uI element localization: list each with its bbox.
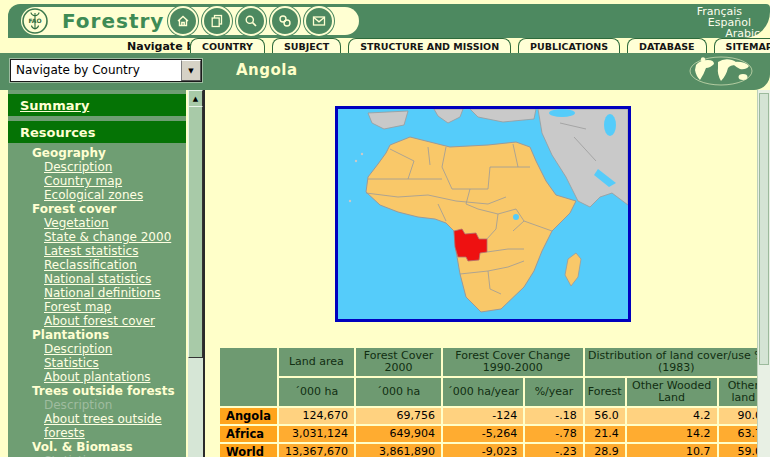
- table-unit-header-row: ´000 ha ´000 ha ´000 ha/year %/year Fore…: [220, 378, 768, 406]
- world-forest-cover: 3,861,890: [356, 444, 441, 457]
- documents-icon: [209, 13, 225, 29]
- unit-000ha-2: ´000 ha: [356, 378, 441, 406]
- sidebar-scrollbar[interactable]: ▲: [188, 90, 205, 457]
- africa-land-area: 3,031,124: [279, 426, 354, 442]
- col-group-distribution: Distribution of land cover/use % (1983): [585, 348, 768, 376]
- sidebar-item-tof-description-disabled: Description: [8, 398, 186, 412]
- africa-locator-map: [335, 106, 631, 322]
- table-row-world: World 13,367,670 3,861,890 -9,023 -.23 2…: [220, 444, 768, 457]
- table-corner-cell: [220, 348, 277, 406]
- africa-change-ha: -5,264: [443, 426, 523, 442]
- sidebar-item-summary[interactable]: Summary: [8, 94, 186, 116]
- sidebar-category-forest-cover: Forest cover: [8, 202, 186, 216]
- africa-forest-cover: 649,904: [356, 426, 441, 442]
- sidebar-item-about-plantations[interactable]: About plantations: [8, 370, 186, 384]
- home-button[interactable]: [168, 6, 198, 36]
- angola-change-ha: -124: [443, 408, 523, 424]
- sidebar-item-resources[interactable]: Resources: [8, 121, 186, 143]
- sidebar-item-reclassification[interactable]: Reclassification: [8, 258, 186, 272]
- scrollbar-up-icon[interactable]: ▲: [188, 90, 203, 107]
- sidebar-item-plantations-description[interactable]: Description: [8, 342, 186, 356]
- angola-forest-pct: 56.0: [585, 408, 625, 424]
- nav-tab-row: Navigate by: COUNTRY SUBJECT STRUCTURE A…: [0, 38, 770, 53]
- language-links: Français Español Arabic: [697, 6, 760, 39]
- table-group-header-row: Land area Forest Cover 2000 Forest Cover…: [220, 348, 768, 376]
- page-header-bar: Navigate by Country ▼ Angola: [0, 53, 770, 90]
- sidebar-item-about-forest-cover[interactable]: About forest cover: [8, 314, 186, 328]
- sidebar-item-forest-map[interactable]: Forest map: [8, 300, 186, 314]
- sidebar-item-description[interactable]: Description: [8, 160, 186, 174]
- contact-button[interactable]: [304, 6, 334, 36]
- tab-structure-and-mission[interactable]: STRUCTURE AND MISSION: [348, 38, 511, 53]
- tab-database[interactable]: DATABASE: [627, 38, 707, 53]
- world-land-area: 13,367,670: [279, 444, 354, 457]
- africa-other-wooded: 14.2: [627, 426, 717, 442]
- brand-title: Forestry: [62, 9, 164, 33]
- fao-logo-icon[interactable]: FAO: [22, 8, 48, 34]
- link-icon: [277, 13, 293, 29]
- world-change-pct: -.23: [525, 444, 582, 457]
- sidebar: Summary Resources Geography Description …: [8, 90, 186, 457]
- svg-text:FAO: FAO: [28, 17, 41, 24]
- sidebar-item-ecological-zones[interactable]: Ecological zones: [8, 188, 186, 202]
- unit-000ha-year: ´000 ha/year: [443, 378, 523, 406]
- unit-forest: Forest: [585, 378, 625, 406]
- forest-statistics-table: Land area Forest Cover 2000 Forest Cover…: [218, 346, 770, 457]
- content-scrollbar[interactable]: [757, 90, 770, 457]
- angola-other-wooded: 4.2: [627, 408, 717, 424]
- sidebar-nav-list: Geography Description Country map Ecolog…: [8, 143, 186, 457]
- world-forest-pct: 28.9: [585, 444, 625, 457]
- row-header-angola: Angola: [220, 408, 277, 424]
- sidebar-item-about-trees-outside-forests[interactable]: About trees outside forests: [8, 412, 186, 440]
- sidebar-item-state-change-2000[interactable]: State & change 2000: [8, 230, 186, 244]
- mail-icon: [311, 13, 327, 29]
- africa-change-pct: -.78: [525, 426, 582, 442]
- row-header-africa: Africa: [220, 426, 277, 442]
- col-group-forest-cover-change: Forest Cover Change 1990-2000: [443, 348, 583, 376]
- angola-forest-cover: 69,756: [356, 408, 441, 424]
- brand-pill: FAO Forestry: [21, 7, 359, 35]
- unit-pct-year: %/year: [525, 378, 582, 406]
- angola-change-pct: -.18: [525, 408, 582, 424]
- navigate-by-country-dropdown[interactable]: Navigate by Country ▼: [10, 59, 202, 82]
- tab-subject[interactable]: SUBJECT: [272, 38, 341, 53]
- nav-tabs: COUNTRY SUBJECT STRUCTURE AND MISSION PU…: [190, 38, 770, 53]
- tab-sitemap[interactable]: SITEMAP: [714, 38, 770, 53]
- globe-icon: [688, 56, 754, 86]
- tab-country[interactable]: COUNTRY: [190, 38, 265, 53]
- angola-land-area: 124,670: [279, 408, 354, 424]
- sidebar-item-plantations-statistics[interactable]: Statistics: [8, 356, 186, 370]
- tab-publications[interactable]: PUBLICATIONS: [518, 38, 620, 53]
- table-row-africa: Africa 3,031,124 649,904 -5,264 -.78 21.…: [220, 426, 768, 442]
- search-icon: [243, 13, 259, 29]
- links-button[interactable]: [270, 6, 300, 36]
- page: FAO Forestry: [0, 0, 770, 457]
- search-button[interactable]: [236, 6, 266, 36]
- world-other-wooded: 10.7: [627, 444, 717, 457]
- sidebar-scrollbar-thumb[interactable]: [188, 106, 203, 358]
- home-icon: [175, 13, 191, 29]
- row-header-world: World: [220, 444, 277, 457]
- sidebar-item-national-definitions[interactable]: National definitions: [8, 286, 186, 300]
- unit-other-wooded-land: Other Wooded Land: [627, 378, 717, 406]
- sidebar-item-latest-statistics[interactable]: Latest statistics: [8, 244, 186, 258]
- dropdown-arrow-icon[interactable]: ▼: [181, 60, 201, 81]
- col-group-forest-cover-2000: Forest Cover 2000: [356, 348, 441, 376]
- africa-forest-pct: 21.4: [585, 426, 625, 442]
- sidebar-item-country-map[interactable]: Country map: [8, 174, 186, 188]
- documents-button[interactable]: [202, 6, 232, 36]
- page-title: Angola: [236, 61, 298, 79]
- unit-000ha-1: ´000 ha: [279, 378, 354, 406]
- world-change-ha: -9,023: [443, 444, 523, 457]
- table-row-angola: Angola 124,670 69,756 -124 -.18 56.0 4.2…: [220, 408, 768, 424]
- sidebar-category-geography: Geography: [8, 146, 186, 160]
- africa-map-image: [338, 109, 628, 319]
- content-scrollbar-thumb[interactable]: [759, 93, 769, 365]
- sidebar-item-national-statistics[interactable]: National statistics: [8, 272, 186, 286]
- sidebar-item-vegetation[interactable]: Vegetation: [8, 216, 186, 230]
- col-group-land-area: Land area: [279, 348, 354, 376]
- top-banner: FAO Forestry: [8, 4, 770, 38]
- sidebar-category-trees-outside-forests: Trees outside forests: [8, 384, 186, 398]
- sidebar-category-plantations: Plantations: [8, 328, 186, 342]
- sidebar-category-vol-biomass: Vol. & Biomass: [8, 440, 186, 454]
